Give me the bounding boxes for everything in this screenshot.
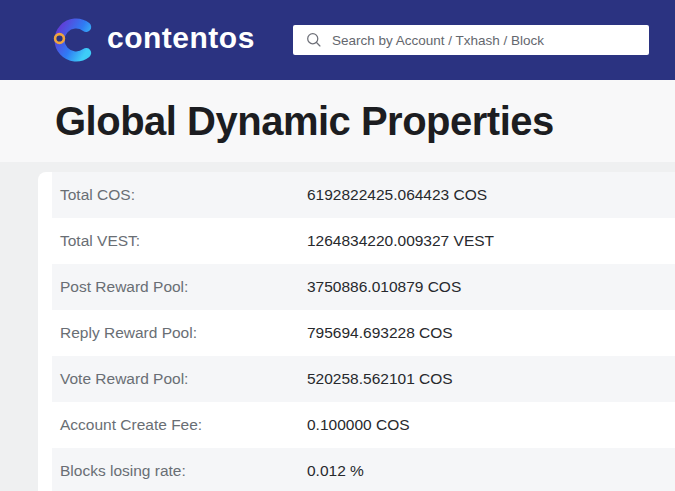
page-title: Global Dynamic Properties (55, 99, 554, 144)
property-label: Total COS: (52, 186, 307, 204)
property-value: 3750886.010879 COS (307, 278, 675, 296)
page-body: Total COS: 6192822425.064423 COS Total V… (0, 162, 675, 491)
property-label: Post Reward Pool: (52, 278, 307, 296)
property-row: Account Create Fee: 0.100000 COS (52, 402, 675, 448)
property-label: Vote Reward Pool: (52, 370, 307, 388)
search-input[interactable] (323, 25, 641, 55)
property-row: Post Reward Pool: 3750886.010879 COS (52, 264, 675, 310)
property-label: Total VEST: (52, 232, 307, 250)
property-row: Total COS: 6192822425.064423 COS (52, 172, 675, 218)
brand-wordmark: contentos (107, 23, 255, 57)
screen: contentos Global Dynamic Properties Tota… (0, 0, 675, 491)
search-icon (305, 31, 323, 49)
property-label: Blocks losing rate: (52, 462, 307, 480)
property-label: Reply Reward Pool: (52, 324, 307, 342)
property-row: Vote Reward Pool: 520258.562101 COS (52, 356, 675, 402)
property-value: 1264834220.009327 VEST (307, 232, 675, 250)
property-row: Total VEST: 1264834220.009327 VEST (52, 218, 675, 264)
properties-card: Total COS: 6192822425.064423 COS Total V… (38, 172, 675, 491)
header: contentos (0, 0, 675, 80)
search-box[interactable] (293, 25, 649, 55)
brand-logo[interactable]: contentos (50, 14, 255, 66)
property-value: 0.012 % (307, 462, 675, 480)
property-value: 0.100000 COS (307, 416, 675, 434)
properties-table: Total COS: 6192822425.064423 COS Total V… (52, 172, 675, 491)
property-row: Reply Reward Pool: 795694.693228 COS (52, 310, 675, 356)
property-value: 795694.693228 COS (307, 324, 675, 342)
property-value: 6192822425.064423 COS (307, 186, 675, 204)
contentos-logo-icon (50, 14, 100, 66)
property-label: Account Create Fee: (52, 416, 307, 434)
title-section: Global Dynamic Properties (0, 80, 675, 162)
property-value: 520258.562101 COS (307, 370, 675, 388)
property-row: Blocks losing rate: 0.012 % (52, 448, 675, 491)
